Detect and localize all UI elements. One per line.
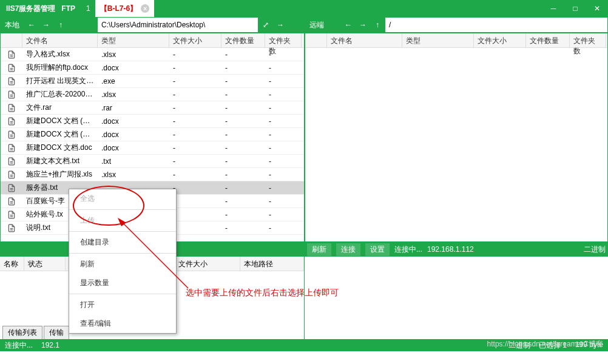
file-icon: [1, 104, 22, 112]
file-name: 我所理解的ftp.docx: [22, 62, 98, 73]
remote-file-panel: 文件名 类型 文件大小 文件数量 文件夹数: [305, 33, 608, 242]
file-icon: [1, 50, 22, 59]
file-row[interactable]: 施应兰+推广周报.xls.xlsx---: [1, 168, 304, 181]
file-name: 新建DOCX 文档 (2).d: [22, 116, 98, 126]
file-type: .xlsx: [98, 90, 169, 99]
status-mode: 二进制: [508, 340, 530, 351]
local-fwd-icon[interactable]: →: [39, 17, 53, 33]
local-grid-header: 文件名 类型 文件大小 文件数量 文件夹数: [1, 33, 304, 48]
file-name: 打开远程 出现英文安装: [22, 76, 98, 86]
status-connect: 连接中...: [5, 340, 33, 351]
app-title: IIS7服务器管理: [0, 4, 61, 14]
connect-status: 连接中...: [394, 244, 422, 255]
menu-refresh[interactable]: 刷新: [69, 255, 176, 274]
remote-grid-header: 文件名 类型 文件大小 文件数量 文件夹数: [305, 33, 607, 48]
status-selected: 已选择 1: [539, 340, 567, 351]
titlebar: IIS7服务器管理 FTP 1 【B-L7-6】 × ─ □ ✕: [0, 0, 608, 17]
file-icon: [1, 197, 22, 206]
local-label: 本地: [0, 20, 24, 30]
file-icon: [1, 144, 22, 152]
context-menu: 全选 上传 创建目录 刷新 显示数量 打开 查看/编辑: [69, 189, 177, 334]
col-type[interactable]: 类型: [98, 33, 169, 47]
file-icon: [1, 170, 22, 179]
file-icon: [1, 117, 22, 126]
file-row[interactable]: 新建DOCX 文档 (3).d.docx---: [1, 128, 304, 141]
tab-log[interactable]: 传输: [44, 326, 69, 339]
col-count[interactable]: 文件数量: [221, 33, 265, 47]
file-name: 施应兰+推广周报.xls: [22, 169, 98, 180]
file-icon: [1, 77, 22, 86]
file-icon: [1, 184, 22, 192]
file-row[interactable]: 导入格式.xlsx.xlsx---: [1, 48, 304, 61]
remote-up-icon[interactable]: ↑: [370, 17, 385, 33]
menu-view-edit[interactable]: 查看/编辑: [69, 314, 176, 333]
path-toolbar: 本地 ← → ↑ C:\Users\Administrator\Desktop\…: [0, 17, 608, 33]
file-type: .xlsx: [98, 170, 169, 179]
file-icon: [1, 130, 22, 139]
close-button[interactable]: ✕: [586, 0, 608, 17]
file-name: 新建DOCX 文档.doc: [22, 143, 98, 153]
settings-button[interactable]: 设置: [365, 243, 390, 256]
maximize-button[interactable]: □: [564, 0, 586, 17]
app-mode: FTP: [61, 4, 81, 13]
file-row[interactable]: 推广汇总表-20200820.xlsx---: [1, 88, 304, 101]
close-tab-icon[interactable]: ×: [141, 4, 149, 13]
col-name[interactable]: 文件名: [22, 33, 98, 47]
file-row[interactable]: 新建DOCX 文档 (2).d.docx---: [1, 115, 304, 128]
file-name: 文件.rar: [22, 103, 98, 113]
menu-select-all[interactable]: 全选: [69, 189, 176, 208]
connect-button[interactable]: 连接: [336, 243, 360, 256]
file-type: .docx: [98, 130, 169, 139]
col-sub[interactable]: 文件夹数: [265, 33, 302, 47]
file-icon: [1, 157, 22, 166]
remote-fwd-icon[interactable]: →: [356, 17, 370, 33]
file-name: 推广汇总表-20200820: [22, 89, 98, 99]
file-row[interactable]: 打开远程 出现英文安装.exe---: [1, 75, 304, 88]
local-up-icon[interactable]: ↑: [53, 17, 68, 33]
remote-grid-body[interactable]: [305, 48, 607, 242]
menu-open[interactable]: 打开: [69, 295, 176, 314]
file-type: .txt: [98, 157, 169, 166]
tab-1[interactable]: 1: [81, 0, 95, 17]
file-type: .xlsx: [98, 50, 169, 59]
local-path-actions: ⤢ →: [258, 17, 305, 33]
col-size[interactable]: 文件大小: [169, 33, 221, 47]
file-name: 新建DOCX 文档 (3).d: [22, 129, 98, 140]
local-toolbar: 本地 ← → ↑: [0, 17, 97, 33]
file-row[interactable]: 文件.rar.rar---: [1, 101, 304, 115]
file-icon: [1, 90, 22, 99]
remote-label: 远端: [305, 17, 341, 33]
minimize-button[interactable]: ─: [542, 0, 564, 17]
file-row[interactable]: 新建DOCX 文档.doc.docx---: [1, 141, 304, 155]
file-type: .docx: [98, 117, 169, 126]
file-icon: [1, 211, 22, 219]
file-icon: [1, 224, 22, 232]
file-name: 导入格式.xlsx: [22, 49, 98, 59]
expand-icon[interactable]: ⤢: [258, 17, 273, 33]
remote-path-input[interactable]: /: [385, 18, 607, 32]
local-back-icon[interactable]: ←: [24, 17, 39, 33]
file-row[interactable]: 新建文本文档.txt.txt---: [1, 155, 304, 168]
status-ip: 192.1: [41, 341, 59, 349]
local-path-input[interactable]: C:\Users\Administrator\Desktop\: [97, 17, 258, 33]
remote-back-icon[interactable]: ←: [341, 17, 356, 33]
refresh-button[interactable]: 刷新: [307, 243, 331, 256]
menu-upload[interactable]: 上传: [69, 211, 176, 230]
menu-show-count[interactable]: 显示数量: [69, 274, 176, 292]
status-bar: 连接中... 192.1 二进制 已选择 1 199 byte: [0, 339, 608, 351]
go-icon[interactable]: →: [273, 17, 288, 33]
file-type: .docx: [98, 144, 169, 152]
file-row[interactable]: 我所理解的ftp.docx.docx---: [1, 61, 304, 75]
file-type: .exe: [98, 77, 169, 86]
file-type: .rar: [98, 104, 169, 112]
menu-mkdir[interactable]: 创建目录: [69, 233, 176, 252]
tab-queue[interactable]: 传输列表: [2, 326, 42, 339]
remote-action-bar: 刷新 连接 设置 连接中... 192.168.1.112 二进制: [305, 242, 608, 257]
file-name: 新建文本文档.txt: [22, 156, 98, 166]
window-controls: ─ □ ✕: [542, 0, 608, 17]
file-icon: [1, 64, 22, 72]
status-bytes: 199 byte: [575, 340, 603, 351]
transfer-right[interactable]: [305, 257, 608, 339]
remote-toolbar: 远端 ← → ↑ /: [305, 17, 608, 33]
tab-active[interactable]: 【B-L7-6】 ×: [95, 0, 154, 17]
